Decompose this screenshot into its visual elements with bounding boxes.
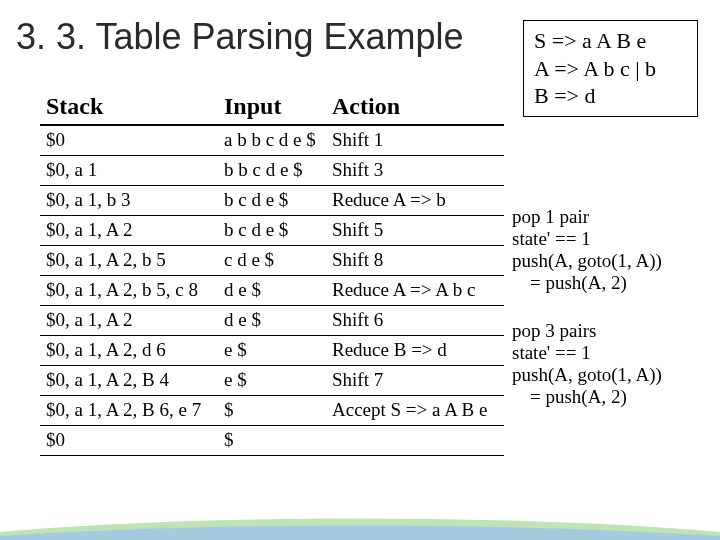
col-stack: Stack xyxy=(40,90,218,125)
table-row: $0, a 1, A 2, B 4e $Shift 7 xyxy=(40,366,504,396)
grammar-line: B => d xyxy=(534,82,689,110)
cell-action xyxy=(326,426,504,456)
table-row: $0$ xyxy=(40,426,504,456)
cell-action: Reduce A => A b c xyxy=(326,276,504,306)
cell-input: e $ xyxy=(218,366,326,396)
cell-input: a b b c d e $ xyxy=(218,125,326,156)
grammar-box: S => a A B e A => A b c | b B => d xyxy=(523,20,698,117)
cell-action: Shift 1 xyxy=(326,125,504,156)
parse-table: Stack Input Action $0a b b c d e $Shift … xyxy=(40,90,504,456)
cell-action: Shift 8 xyxy=(326,246,504,276)
cell-action: Reduce A => b xyxy=(326,186,504,216)
grammar-line: S => a A B e xyxy=(534,27,689,55)
cell-stack: $0, a 1, b 3 xyxy=(40,186,218,216)
slide-title: 3. 3. Table Parsing Example xyxy=(16,16,464,58)
cell-stack: $0, a 1, A 2, b 5 xyxy=(40,246,218,276)
decorative-swoosh xyxy=(0,512,720,540)
cell-stack: $0, a 1, A 2, b 5, c 8 xyxy=(40,276,218,306)
cell-stack: $0 xyxy=(40,125,218,156)
cell-input: b c d e $ xyxy=(218,186,326,216)
annotation-reduce-2: pop 3 pairs state' == 1 push(A, goto(1, … xyxy=(512,320,702,407)
cell-input: d e $ xyxy=(218,276,326,306)
cell-input: e $ xyxy=(218,336,326,366)
table-row: $0, a 1b b c d e $Shift 3 xyxy=(40,156,504,186)
col-action: Action xyxy=(326,90,504,125)
note-line: push(A, goto(1, A)) xyxy=(512,364,702,386)
cell-input: c d e $ xyxy=(218,246,326,276)
table-row: $0, a 1, b 3b c d e $Reduce A => b xyxy=(40,186,504,216)
note-line: state' == 1 xyxy=(512,342,702,364)
table-row: $0, a 1, A 2, B 6, e 7$Accept S => a A B… xyxy=(40,396,504,426)
cell-stack: $0, a 1, A 2, B 6, e 7 xyxy=(40,396,218,426)
cell-input: $ xyxy=(218,426,326,456)
cell-stack: $0, a 1, A 2, d 6 xyxy=(40,336,218,366)
cell-action: Shift 7 xyxy=(326,366,504,396)
table-row: $0, a 1, A 2, d 6e $Reduce B => d xyxy=(40,336,504,366)
slide: 3. 3. Table Parsing Example S => a A B e… xyxy=(0,0,720,540)
table-row: $0a b b c d e $Shift 1 xyxy=(40,125,504,156)
cell-action: Shift 6 xyxy=(326,306,504,336)
grammar-line: A => A b c | b xyxy=(534,55,689,83)
cell-action: Accept S => a A B e xyxy=(326,396,504,426)
note-line: pop 1 pair xyxy=(512,206,702,228)
cell-input: $ xyxy=(218,396,326,426)
annotation-reduce-1: pop 1 pair state' == 1 push(A, goto(1, A… xyxy=(512,206,702,293)
note-line: push(A, goto(1, A)) xyxy=(512,250,702,272)
table-row: $0, a 1, A 2, b 5, c 8d e $Reduce A => A… xyxy=(40,276,504,306)
cell-stack: $0, a 1, A 2 xyxy=(40,306,218,336)
note-line: = push(A, 2) xyxy=(512,272,702,294)
cell-stack: $0, a 1, A 2 xyxy=(40,216,218,246)
cell-input: b c d e $ xyxy=(218,216,326,246)
cell-stack: $0 xyxy=(40,426,218,456)
cell-input: d e $ xyxy=(218,306,326,336)
col-input: Input xyxy=(218,90,326,125)
table-row: $0, a 1, A 2, b 5c d e $Shift 8 xyxy=(40,246,504,276)
table-row: $0, a 1, A 2b c d e $Shift 5 xyxy=(40,216,504,246)
cell-action: Reduce B => d xyxy=(326,336,504,366)
cell-input: b b c d e $ xyxy=(218,156,326,186)
cell-stack: $0, a 1, A 2, B 4 xyxy=(40,366,218,396)
table-row: $0, a 1, A 2d e $Shift 6 xyxy=(40,306,504,336)
table-header-row: Stack Input Action xyxy=(40,90,504,125)
note-line: state' == 1 xyxy=(512,228,702,250)
note-line: = push(A, 2) xyxy=(512,386,702,408)
cell-action: Shift 3 xyxy=(326,156,504,186)
cell-stack: $0, a 1 xyxy=(40,156,218,186)
cell-action: Shift 5 xyxy=(326,216,504,246)
note-line: pop 3 pairs xyxy=(512,320,702,342)
